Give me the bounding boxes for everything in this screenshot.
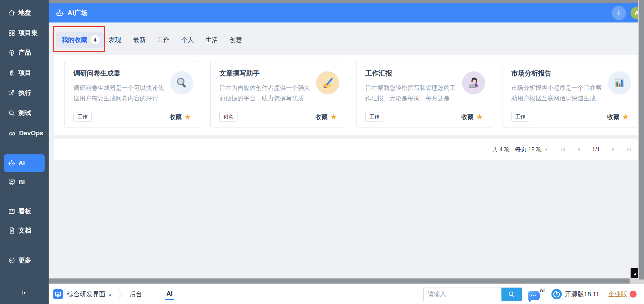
favorite-button[interactable]: 收藏 ★ [169, 113, 191, 121]
sidebar-item-label: DevOps [19, 130, 43, 137]
bottom-bar-left: 综合研发界面 ▲ 后台 AI [53, 288, 174, 300]
create-button[interactable]: + [612, 6, 626, 20]
favorite-label: 收藏 [461, 113, 473, 121]
sidebar-item-homeland[interactable]: 地盘 [0, 5, 49, 20]
screen: 地盘 项目集 产品 项目 执行 测试 ∞ DevOps [0, 0, 644, 304]
prev-page-icon[interactable] [576, 147, 582, 152]
star-icon: ★ [184, 113, 191, 121]
sidebar-item-devops[interactable]: ∞ DevOps [0, 126, 49, 141]
more-ellipsis-icon [8, 257, 15, 264]
chevron-down-icon: ▼ [544, 148, 548, 151]
chevron-up-icon: ▲ [108, 292, 112, 296]
sidebar-item-test[interactable]: 测试 [0, 106, 49, 120]
home-icon [8, 9, 15, 16]
upgrade-link[interactable]: 企业版 ↑ [608, 290, 637, 299]
nav-divider [154, 290, 154, 298]
window-top-edge [49, 0, 644, 3]
tab-personal[interactable]: 个人 [180, 36, 195, 44]
tab-life[interactable]: 生活 [205, 36, 219, 44]
woman-technologist-emoji-icon [467, 76, 481, 90]
chart-board-icon [8, 179, 15, 186]
star-icon: ★ [622, 113, 629, 121]
plus-icon: + [616, 8, 622, 18]
favorite-button[interactable]: 收藏 ★ [607, 113, 629, 121]
searchbox [423, 288, 522, 301]
app-card-article-assistant[interactable]: 文章撰写助手 旨在为自媒体创作者提供一个强大而便捷的平台，助力您撰写优质… 创意… [210, 61, 346, 128]
sidebar-item-bi[interactable]: BI [0, 175, 49, 190]
magnifier-emoji-icon [175, 76, 189, 90]
last-page-icon[interactable] [626, 147, 632, 152]
sidebar-item-project[interactable]: 项目 [0, 65, 49, 80]
sidebar-item-label: 产品 [18, 48, 31, 57]
app-window-icon [53, 289, 63, 299]
card-description: 市场分析报告小程序是一个旨在帮助用户根据互联网信息快速生成… [511, 83, 606, 104]
sidebar-item-label: 项目 [18, 68, 31, 77]
ai-chat-bubble-icon: ··· [528, 291, 540, 300]
tab-my-favorites-label: 我的收藏 [62, 36, 87, 44]
page-title: AI广场 [67, 8, 88, 17]
nav-ai-active[interactable]: AI [165, 288, 174, 300]
tab-my-favorites[interactable]: 我的收藏 4 [56, 32, 104, 48]
nav-admin[interactable]: 后台 [129, 290, 142, 299]
next-page-icon[interactable] [610, 147, 616, 152]
brand: 开源版18.11 [551, 289, 599, 299]
search-icon [508, 291, 515, 298]
tab-discover[interactable]: 发现 [108, 36, 122, 44]
sidebar-item-execution[interactable]: 执行 [0, 86, 49, 100]
sidebar-item-doc[interactable]: 文档 [0, 223, 49, 238]
workspace-selector[interactable]: 综合研发界面 ▲ [67, 290, 112, 299]
tab-work[interactable]: 工作 [156, 36, 170, 44]
card-footer: 工作 收藏 ★ [511, 112, 629, 122]
sidebar-item-label: 文档 [18, 226, 31, 235]
search-input[interactable] [423, 288, 501, 301]
first-page-icon[interactable] [560, 147, 566, 152]
workspace-name: 综合研发界面 [67, 290, 105, 299]
vertical-scrollbar-thumb[interactable] [639, 0, 644, 280]
app-card-market-analysis[interactable]: 市场分析报告 市场分析报告小程序是一个旨在帮助用户根据互联网信息快速生成… 工作… [502, 61, 638, 128]
project-set-icon [8, 29, 15, 37]
sidebar-item-more[interactable]: 更多 [0, 253, 49, 268]
favorites-count-badge: 4 [91, 35, 100, 44]
side-panel-toggle[interactable]: ◀ [631, 268, 639, 280]
sidebar-item-label: 更多 [18, 256, 31, 265]
favorite-button[interactable]: 收藏 ★ [315, 113, 337, 121]
favorite-button[interactable]: 收藏 ★ [461, 113, 483, 121]
chat-dots: ··· [531, 293, 537, 298]
document-icon [8, 227, 15, 234]
card-footer: 工作 收藏 ★ [73, 112, 191, 122]
app-card-work-report[interactable]: 工作汇报 旨在帮助您轻松撰写和管理您的工作汇报。无论是每周、每月还是… 工作 收… [356, 61, 492, 128]
sidebar-item-project-set[interactable]: 项目集 [0, 26, 49, 40]
card-description: 旨在帮助您轻松撰写和管理您的工作汇报。无论是每周、每月还是… [365, 83, 460, 104]
vertical-scrollbar[interactable] [638, 0, 644, 284]
horizontal-scrollbar-thumb[interactable] [49, 278, 630, 284]
sidebar-item-label: 执行 [18, 89, 31, 97]
card-icon-circle [170, 71, 193, 94]
pager: 1/1 [560, 146, 632, 153]
sidebar-item-kanban[interactable]: 看板 [0, 204, 49, 219]
card-tag: 工作 [73, 112, 92, 122]
tab-creative[interactable]: 创意 [229, 36, 243, 44]
kanban-icon [8, 208, 15, 215]
product-bulb-icon [8, 49, 15, 56]
per-page-label: 每页 15 项 [515, 146, 542, 153]
card-description: 调研问卷生成器是一个可以快速依据用户需要生成问卷内容的好帮… [73, 83, 168, 104]
sidebar-collapse-button[interactable] [0, 286, 49, 300]
ai-chat-button[interactable]: ··· AI [528, 288, 545, 301]
bottom-bar: 综合研发界面 ▲ 后台 AI ··· AI [49, 284, 644, 304]
cards-panel: 调研问卷生成器 调研问卷生成器是一个可以快速依据用户需要生成问卷内容的好帮… 工… [54, 55, 638, 135]
version-label: 开源版18.11 [565, 290, 599, 299]
collapse-right-icon: ◀ [634, 272, 636, 276]
collapse-sidebar-icon [21, 289, 28, 297]
sidebar-item-ai[interactable]: AI [4, 154, 45, 172]
horizontal-scrollbar[interactable] [49, 278, 638, 284]
tab-latest[interactable]: 最新 [132, 36, 146, 44]
card-tag: 工作 [511, 112, 529, 122]
per-page-select[interactable]: 每页 15 项 ▼ [515, 146, 548, 153]
app-header: AI广场 + A [49, 3, 638, 22]
app-card-survey-generator[interactable]: 调研问卷生成器 调研问卷生成器是一个可以快速依据用户需要生成问卷内容的好帮… 工… [64, 61, 200, 128]
card-tag: 工作 [365, 112, 383, 122]
card-footer: 创意 收藏 ★ [219, 112, 337, 122]
sidebar: 地盘 项目集 产品 项目 执行 测试 ∞ DevOps [0, 0, 49, 304]
search-button[interactable] [501, 288, 522, 301]
sidebar-item-product[interactable]: 产品 [0, 45, 49, 60]
